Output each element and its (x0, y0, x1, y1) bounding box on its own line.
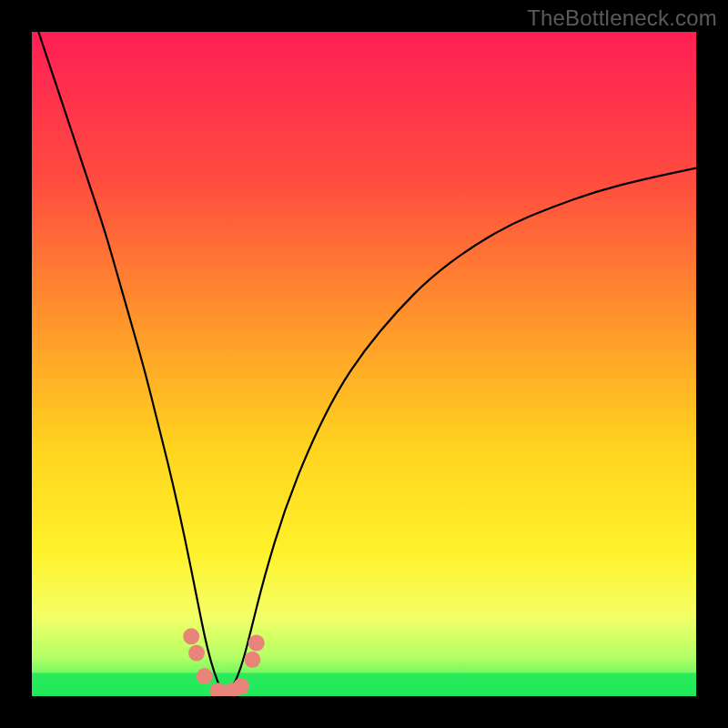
gradient-background (32, 32, 696, 696)
chart-frame: TheBottleneck.com (0, 0, 728, 728)
marker-dot (244, 652, 260, 668)
marker-dot (197, 668, 213, 684)
marker-dot (233, 678, 249, 694)
watermark-text: TheBottleneck.com (527, 5, 717, 31)
marker-dot (188, 645, 205, 662)
marker-dot (183, 628, 199, 644)
green-threshold-band (32, 672, 696, 696)
marker-dot (248, 635, 265, 652)
bottleneck-chart (32, 32, 696, 696)
